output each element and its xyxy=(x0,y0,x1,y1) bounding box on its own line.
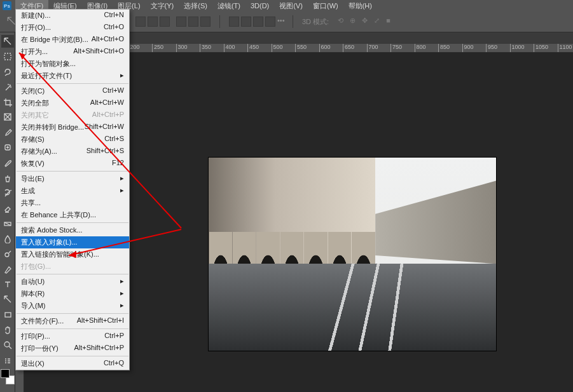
menuitem-m[interactable]: 导入(M)▸ xyxy=(16,300,129,312)
ruler-tick: 650 xyxy=(343,44,354,53)
shortcut-label: Alt+Ctrl+O xyxy=(92,35,124,44)
menuitem-label: 打包(G)... xyxy=(21,262,51,271)
fg-color[interactable] xyxy=(1,369,10,378)
distribute-group[interactable]: ••• xyxy=(229,17,284,27)
shortcut-label: Ctrl+N xyxy=(104,11,124,20)
history-brush-tool[interactable] xyxy=(1,187,14,199)
ruler-tick: 750 xyxy=(390,44,402,53)
shortcut-label: F12 xyxy=(112,159,124,168)
menuitem-y[interactable]: 打印一份(Y)Alt+Shift+Ctrl+P xyxy=(16,342,129,355)
pen-tool[interactable] xyxy=(1,263,14,276)
menu-view[interactable]: 视图(V) xyxy=(274,0,308,12)
menuitem-label: 导出(E) xyxy=(21,174,45,184)
ruler-tick: 350 xyxy=(200,44,211,53)
menuitem-label: 恢复(V) xyxy=(21,159,45,168)
menuitem-[interactable]: 打开为智能对象... xyxy=(16,58,129,70)
shortcut-label: Alt+Shift+Ctrl+O xyxy=(73,47,124,57)
align-group[interactable] xyxy=(135,17,211,27)
move-tool[interactable] xyxy=(1,35,14,48)
shortcut-label: Ctrl+P xyxy=(104,332,124,341)
edit-toolbar-tool[interactable] xyxy=(1,354,14,367)
menu-type[interactable]: 文字(Y) xyxy=(146,0,179,12)
menu-filter[interactable]: 滤镜(T) xyxy=(212,0,245,12)
menuitem-behanced[interactable]: 在 Behance 上共享(D)... xyxy=(16,209,129,221)
menuitem-label: 自动(U) xyxy=(21,277,45,287)
menuitem-x[interactable]: 退出(X)Ctrl+Q xyxy=(16,358,129,370)
menuitem-[interactable]: 生成▸ xyxy=(16,185,129,197)
menuitem-t[interactable]: 最近打开文件(T)▸ xyxy=(16,70,129,82)
menuitem-o[interactable]: 打开(O)...Ctrl+O xyxy=(16,22,129,34)
crop-tool[interactable] xyxy=(1,96,14,109)
ruler-tick: 550 xyxy=(295,44,307,53)
rectangle-tool[interactable] xyxy=(1,308,14,321)
menuitem-a[interactable]: 存储为(A)...Shift+Ctrl+S xyxy=(16,145,129,158)
menuitem-n[interactable]: 新建(N)...Ctrl+N xyxy=(16,10,129,22)
menuitem-s[interactable]: 存储(S)Ctrl+S xyxy=(16,133,129,145)
separator xyxy=(17,83,128,84)
menuitem-g: 打包(G)... xyxy=(16,260,129,273)
menuitem-c[interactable]: 关闭(C)Ctrl+W xyxy=(16,85,129,97)
menuitem-k[interactable]: 置入链接的智能对象(K)... xyxy=(16,248,129,260)
zoom-tool[interactable] xyxy=(1,339,14,351)
shortcut-label: Ctrl+W xyxy=(102,86,124,96)
menuitem-v[interactable]: 恢复(V)F12 xyxy=(16,158,129,170)
menuitem-[interactable]: 打开为...Alt+Shift+Ctrl+O xyxy=(16,46,129,58)
healing-tool[interactable] xyxy=(1,141,14,154)
menuitem-label: 文件简介(F)... xyxy=(21,316,64,326)
blur-tool[interactable] xyxy=(1,233,14,245)
brush-tool[interactable] xyxy=(1,156,14,169)
menuitem-label: 最近打开文件(T) xyxy=(21,71,72,81)
shortcut-label: Shift+Ctrl+S xyxy=(86,147,124,156)
magic-wand-tool[interactable] xyxy=(1,81,14,93)
menuitem-label: 新建(N)... xyxy=(21,11,50,20)
eraser-tool[interactable] xyxy=(1,202,14,215)
menuitem-label: 打开为智能对象... xyxy=(21,59,76,69)
menuitem-label: 打开为... xyxy=(21,47,48,57)
submenu-arrow-icon: ▸ xyxy=(120,186,124,196)
ruler-tick: 250 xyxy=(152,44,163,53)
menuitem-l[interactable]: 置入嵌入对象(L)... xyxy=(16,236,129,248)
mode-3d-group[interactable]: ⟲⊕✥⤢■ xyxy=(338,17,396,27)
document-canvas[interactable] xyxy=(209,158,496,351)
menuitem-bridge[interactable]: 关闭并转到 Bridge...Shift+Ctrl+W xyxy=(16,121,129,133)
menuitem-f[interactable]: 文件简介(F)...Alt+Shift+Ctrl+I xyxy=(16,315,129,327)
menuitem-label: 打印一份(Y) xyxy=(21,344,59,353)
menuitem-r[interactable]: 脚本(R)▸ xyxy=(16,288,129,300)
menuitem-u[interactable]: 自动(U)▸ xyxy=(16,276,129,288)
menu-select[interactable]: 选择(S) xyxy=(179,0,212,12)
separator-icon xyxy=(219,15,220,28)
eyedropper-tool[interactable] xyxy=(1,126,14,139)
menuitem-label: 关闭全部 xyxy=(21,98,49,108)
menuitem-[interactable]: 关闭全部Alt+Ctrl+W xyxy=(16,97,129,109)
shortcut-label: Alt+Shift+Ctrl+I xyxy=(77,316,124,326)
submenu-arrow-icon: ▸ xyxy=(120,301,124,311)
menuitem-bridgeb[interactable]: 在 Bridge 中浏览(B)...Alt+Ctrl+O xyxy=(16,34,129,46)
color-swatches[interactable] xyxy=(1,369,15,384)
clone-tool[interactable] xyxy=(1,172,14,184)
svg-point-4 xyxy=(5,253,9,257)
menuitem-label: 打开(O)... xyxy=(21,23,51,32)
menuitem-adobestock[interactable]: 搜索 Adobe Stock... xyxy=(16,224,129,236)
shortcut-label: Ctrl+Q xyxy=(104,359,124,368)
menu-window[interactable]: 窗口(W) xyxy=(308,0,343,12)
menuitem-[interactable]: 共享... xyxy=(16,197,129,209)
menuitem-label: 退出(X) xyxy=(21,359,45,368)
shortcut-label: Alt+Ctrl+P xyxy=(92,111,124,120)
marquee-tool[interactable] xyxy=(1,50,14,63)
menuitem-label: 置入链接的智能对象(K)... xyxy=(21,250,99,259)
path-tool[interactable] xyxy=(1,293,14,306)
menuitem-p[interactable]: 打印(P)...Ctrl+P xyxy=(16,330,129,342)
separator xyxy=(17,313,128,314)
gradient-tool[interactable] xyxy=(1,217,14,230)
menu-help[interactable]: 帮助(H) xyxy=(343,0,377,12)
dodge-tool[interactable] xyxy=(1,248,14,260)
menuitem-e[interactable]: 导出(E)▸ xyxy=(16,173,129,185)
menuitem-label: 共享... xyxy=(21,198,41,208)
menu-3d[interactable]: 3D(D) xyxy=(245,1,274,11)
type-tool[interactable] xyxy=(1,278,14,291)
lasso-tool[interactable] xyxy=(1,65,14,78)
ruler-tick: 500 xyxy=(272,44,283,53)
separator xyxy=(17,274,128,274)
frame-tool[interactable] xyxy=(1,111,14,124)
hand-tool[interactable] xyxy=(1,323,14,336)
